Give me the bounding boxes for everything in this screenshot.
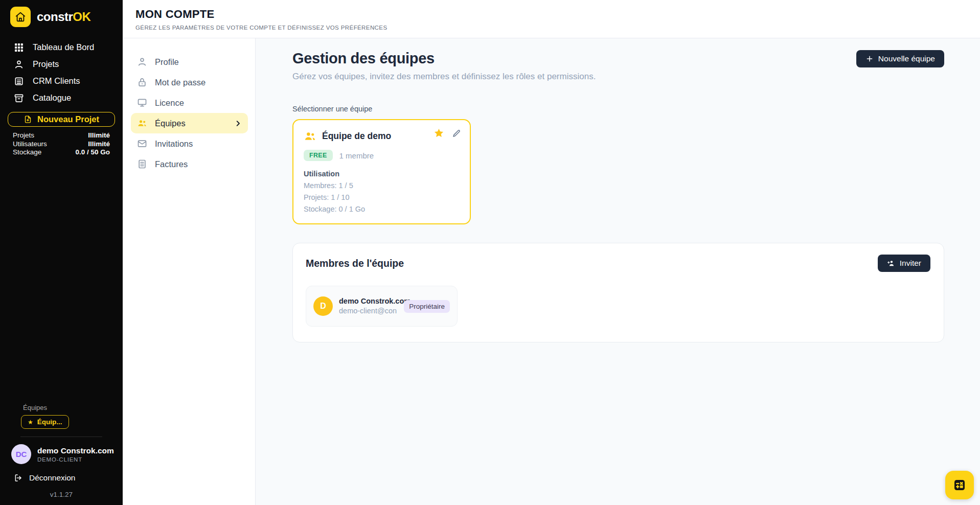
team-name: Équipe de demo (322, 131, 391, 142)
grid-icon (14, 42, 24, 53)
member-row[interactable]: D demo Constrok.com demo-client@cons... … (306, 286, 458, 327)
avatar: DC (11, 444, 31, 464)
sidebar-item-projects[interactable]: Projets (0, 56, 123, 73)
member-avatar: D (313, 296, 333, 316)
brand-logo[interactable]: constrOK (0, 0, 123, 33)
team-badges: FREE 1 membre (304, 150, 460, 161)
app-version: v1.1.27 (0, 491, 123, 498)
team-card[interactable]: Équipe de demo FREE 1 membre (292, 119, 471, 224)
account-nav-label: Factures (155, 159, 188, 169)
user-icon (137, 57, 147, 67)
new-team-label: Nouvelle équipe (878, 54, 935, 63)
mail-icon (137, 139, 147, 149)
file-plus-icon (24, 115, 32, 124)
member-texts: demo Constrok.com demo-client@cons... (339, 296, 397, 316)
account-nav-label: Mot de passe (155, 78, 206, 87)
account-nav-label: Licence (155, 98, 184, 108)
user-plus-icon (887, 259, 895, 267)
sidebar-divider (20, 437, 102, 437)
logout-button[interactable]: Déconnexion (14, 473, 123, 483)
new-project-button[interactable]: Nouveau Projet (8, 112, 115, 127)
users-icon (304, 130, 316, 143)
current-team-chip[interactable]: ★ Équip... (21, 415, 69, 429)
account-nav-label: Profile (155, 57, 179, 67)
account-nav-label: Invitations (155, 139, 193, 149)
sidebar-item-dashboard[interactable]: Tableau de Bord (0, 39, 123, 56)
sidebar-item-label: Catalogue (33, 93, 71, 103)
member-email: demo-client@cons... (339, 306, 397, 316)
stat-value: Illimité (88, 140, 110, 149)
stat-label: Stockage (13, 148, 41, 157)
user-texts: demo Constrok.com DEMO-CLIENT (37, 446, 114, 463)
stat-value: Illimité (88, 131, 110, 140)
main-column: MON COMPTE GÉREZ LES PARAMÈTRES DE VOTRE… (123, 0, 980, 505)
stat-row: Utilisateurs Illimité (13, 140, 110, 149)
content-header: Gestion des équipes Gérez vos équipes, i… (292, 50, 944, 82)
pencil-icon (452, 129, 461, 138)
logout-icon (14, 473, 23, 483)
stat-value: 0.0 / 50 Go (75, 148, 110, 157)
sidebar-item-label: Projets (33, 59, 59, 69)
calculator-icon (952, 477, 967, 493)
teams-section-label: Équipes (0, 404, 123, 411)
lock-icon (137, 77, 147, 87)
monitor-icon (137, 98, 147, 108)
content-titles: Gestion des équipes Gérez vos équipes, i… (292, 50, 596, 82)
user-profile[interactable]: DC demo Constrok.com DEMO-CLIENT (11, 444, 116, 464)
account-nav-invoices[interactable]: Factures (131, 154, 248, 174)
main-sidebar: constrOK Tableau de Bord Projets CRM Cli… (0, 0, 123, 505)
invite-label: Inviter (900, 259, 921, 268)
body-row: Profile Mot de passe Licence Équipes (123, 38, 980, 505)
usage-storage: Stockage: 0 / 1 Go (304, 205, 460, 213)
star-icon (434, 128, 444, 139)
calculator-fab-button[interactable] (945, 471, 974, 499)
invoice-icon (137, 159, 147, 169)
app-root: constrOK Tableau de Bord Projets CRM Cli… (0, 0, 980, 505)
member-name: demo Constrok.com (339, 296, 397, 306)
new-project-label: Nouveau Projet (37, 114, 99, 124)
page-subtitle: GÉREZ LES PARAMÈTRES DE VOTRE COMPTE ET … (135, 25, 967, 31)
plus-icon (865, 55, 874, 63)
members-title: Membres de l'équipe (306, 258, 404, 269)
plan-stats: Projets Illimité Utilisateurs Illimité S… (0, 127, 123, 157)
stat-row: Projets Illimité (13, 131, 110, 140)
favorite-team-button[interactable] (434, 128, 444, 139)
select-team-label: Sélectionner une équipe (292, 105, 944, 113)
sidebar-item-label: Tableau de Bord (33, 42, 94, 52)
account-nav-invitations[interactable]: Invitations (131, 133, 248, 154)
user-name: demo Constrok.com (37, 446, 114, 455)
plan-badge: FREE (304, 150, 333, 161)
sidebar-item-catalog[interactable]: Catalogue (0, 89, 123, 106)
user-subtitle: DEMO-CLIENT (37, 456, 114, 463)
team-chip-label: Équip... (37, 418, 62, 426)
account-nav: Profile Mot de passe Licence Équipes (123, 38, 256, 505)
user-icon (14, 59, 24, 70)
account-nav-password[interactable]: Mot de passe (131, 72, 248, 93)
logout-label: Déconnexion (29, 473, 75, 483)
teams-content: Gestion des équipes Gérez vos équipes, i… (256, 38, 980, 505)
sidebar-nav: Tableau de Bord Projets CRM Clients Cata… (0, 33, 123, 106)
account-nav-profile[interactable]: Profile (131, 52, 248, 72)
chevron-right-icon (234, 120, 242, 127)
new-team-button[interactable]: Nouvelle équipe (856, 50, 944, 67)
stat-row: Stockage 0.0 / 50 Go (13, 148, 110, 157)
invite-member-button[interactable]: Inviter (878, 255, 930, 272)
account-nav-teams[interactable]: Équipes (131, 113, 248, 133)
sidebar-item-crm[interactable]: CRM Clients (0, 73, 123, 89)
edit-team-button[interactable] (452, 129, 461, 138)
stat-label: Projets (13, 131, 34, 140)
page-header: MON COMPTE GÉREZ LES PARAMÈTRES DE VOTRE… (123, 0, 980, 38)
usage-projects: Projets: 1 / 10 (304, 193, 460, 201)
sidebar-spacer (0, 157, 123, 404)
account-nav-licence[interactable]: Licence (131, 93, 248, 113)
content-title: Gestion des équipes (292, 50, 596, 67)
users-icon (137, 118, 147, 128)
home-icon (10, 7, 31, 27)
sidebar-item-label: CRM Clients (33, 76, 80, 86)
usage-members: Membres: 1 / 5 (304, 181, 460, 190)
archive-icon (14, 93, 24, 103)
list-icon (14, 76, 24, 86)
stat-label: Utilisateurs (13, 140, 47, 149)
star-icon: ★ (28, 419, 33, 425)
members-section: Membres de l'équipe Inviter D demo Const… (292, 243, 944, 342)
